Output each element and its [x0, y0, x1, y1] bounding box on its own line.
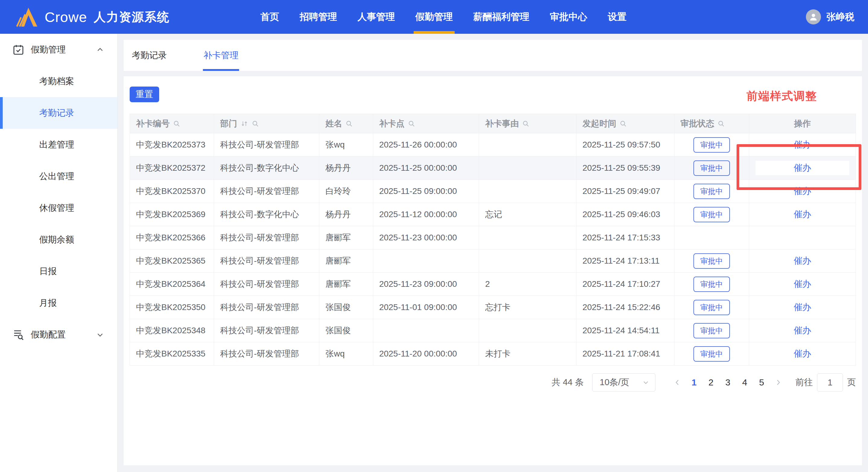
cell-record-id: 中竞发BK2025364 — [130, 273, 214, 296]
sidebar-group-label: 假勤管理 — [31, 44, 66, 56]
cell-name: 杨丹丹 — [319, 203, 373, 226]
goto-page-input[interactable] — [817, 373, 843, 391]
cell-approval-status: 审批中 — [674, 319, 749, 342]
nav-item-approval-center[interactable]: 审批中心 — [548, 0, 589, 34]
table-row: 中竞发BK2025369 科技公司-数字化中心 杨丹丹 2025-11-12 0… — [130, 203, 856, 226]
table-body: 中竞发BK2025373 科技公司-研发管理部 张wq 2025-11-26 0… — [130, 133, 856, 365]
column-header-approval-status: 审批状态 — [674, 114, 749, 133]
replacement-card-table: 补卡编号 部门 姓名 — [130, 114, 856, 365]
sidebar-item-official-out[interactable]: 公出管理 — [0, 160, 117, 192]
table-row: 中竞发BK2025372 科技公司-数字化中心 杨丹丹 2025-11-25 0… — [130, 156, 856, 180]
sidebar-item-business-trip[interactable]: 出差管理 — [0, 129, 117, 160]
punch-point: 2025-11-25 00:00:00 — [379, 163, 457, 173]
record-id: 中竞发BK2025364 — [136, 279, 205, 289]
sort-icon[interactable] — [240, 120, 248, 127]
nav-item-settings[interactable]: 设置 — [606, 0, 628, 34]
cell-action: 催办 — [749, 156, 856, 180]
prev-page-button[interactable] — [669, 379, 686, 386]
column-label: 补卡事由 — [485, 118, 519, 129]
search-icon[interactable] — [251, 120, 259, 127]
nav-item-recruitment[interactable]: 招聘管理 — [298, 0, 339, 34]
urge-link[interactable]: 催办 — [794, 278, 811, 290]
cell-record-id: 中竞发BK2025373 — [130, 133, 214, 156]
initiate-time: 2025-11-24 17:15:33 — [583, 233, 660, 242]
column-header-actions: 操作 — [749, 114, 856, 133]
page-size-select[interactable]: 10条/页 — [592, 373, 655, 391]
urge-link[interactable]: 催办 — [794, 255, 811, 267]
cell-department: 科技公司-研发管理部 — [214, 273, 319, 296]
tab-attendance-records[interactable]: 考勤记录 — [131, 40, 167, 71]
urge-link[interactable]: 催办 — [794, 325, 811, 336]
reset-button[interactable]: 重置 — [130, 87, 159, 102]
table-row: 中竞发BK2025365 科技公司-研发管理部 唐郦军 2025-11-24 1… — [130, 249, 856, 273]
cell-initiate-time: 2025-11-24 14:54:11 — [576, 319, 674, 342]
top-nav: 首页 招聘管理 人事管理 假勤管理 薪酬福利管理 审批中心 设置 — [259, 0, 645, 34]
urge-link[interactable]: 催办 — [794, 139, 811, 151]
sidebar-item-leave-balance[interactable]: 假期余额 — [0, 224, 117, 256]
cell-punch-point: 2025-11-01 09:00:00 — [373, 296, 479, 319]
record-id: 中竞发BK2025369 — [136, 210, 205, 219]
page-suffix-label: 页 — [847, 376, 856, 388]
employee-name: 杨丹丹 — [325, 210, 351, 219]
employee-name: 唐郦军 — [325, 256, 351, 265]
urge-link[interactable]: 催办 — [794, 162, 811, 174]
search-icon[interactable] — [173, 120, 181, 127]
nav-item-personnel[interactable]: 人事管理 — [356, 0, 397, 34]
brand: Crowe 人力资源系统 — [15, 0, 170, 34]
search-icon[interactable] — [717, 120, 725, 127]
page-number-4[interactable]: 4 — [736, 377, 753, 388]
sidebar-group-attendance-mgmt[interactable]: 假勤管理 — [0, 34, 117, 65]
department: 科技公司-研发管理部 — [220, 326, 299, 335]
nav-item-home[interactable]: 首页 — [259, 0, 281, 34]
punch-point: 2025-11-23 00:00:00 — [379, 233, 457, 242]
sidebar-group-attendance-config[interactable]: 假勤配置 — [0, 319, 117, 350]
record-id: 中竞发BK2025365 — [136, 256, 205, 265]
cell-approval-status: 审批中 — [674, 203, 749, 226]
cell-name: 张国俊 — [319, 296, 373, 319]
nav-item-compensation[interactable]: 薪酬福利管理 — [471, 0, 531, 34]
cell-reason: 未打卡 — [479, 342, 577, 365]
cell-punch-point — [373, 249, 479, 273]
cell-department: 科技公司-数字化中心 — [214, 203, 319, 226]
nav-item-attendance[interactable]: 假勤管理 — [414, 0, 455, 34]
urge-link[interactable]: 催办 — [794, 301, 811, 313]
top-header: Crowe 人力资源系统 首页 招聘管理 人事管理 假勤管理 薪酬福利管理 审批… — [0, 0, 868, 34]
page-number-3[interactable]: 3 — [719, 377, 736, 388]
employee-name: 唐郦军 — [325, 279, 351, 289]
search-icon[interactable] — [619, 120, 627, 127]
page-number-2[interactable]: 2 — [703, 377, 719, 388]
table-row: 中竞发BK2025364 科技公司-研发管理部 唐郦军 2025-11-23 0… — [130, 273, 856, 296]
search-icon[interactable] — [522, 120, 530, 127]
page-number-1[interactable]: 1 — [686, 377, 703, 388]
sidebar-item-attendance-archive[interactable]: 考勤档案 — [0, 65, 117, 97]
column-header-reason: 补卡事由 — [479, 114, 577, 133]
employee-name: 张wq — [325, 349, 345, 358]
cell-reason: 忘打卡 — [479, 296, 577, 319]
status-badge: 审批中 — [693, 160, 730, 176]
search-icon[interactable] — [408, 120, 415, 127]
cell-record-id: 中竞发BK2025335 — [130, 342, 214, 365]
urge-link[interactable]: 催办 — [794, 185, 811, 197]
department: 科技公司-数字化中心 — [220, 210, 299, 219]
page-number-5[interactable]: 5 — [753, 377, 770, 388]
cell-initiate-time: 2025-11-25 09:57:50 — [576, 133, 674, 156]
sidebar-item-daily-report[interactable]: 日报 — [0, 256, 117, 287]
cell-reason — [479, 180, 577, 203]
tab-card-replacement[interactable]: 补卡管理 — [203, 40, 239, 71]
chevron-up-icon — [96, 45, 104, 54]
punch-point: 2025-11-26 00:00:00 — [379, 140, 457, 149]
sidebar-item-monthly-report[interactable]: 月报 — [0, 287, 117, 319]
brand-logo-text: Crowe — [44, 9, 87, 25]
search-icon[interactable] — [345, 120, 353, 127]
sidebar-item-attendance-records[interactable]: 考勤记录 — [0, 97, 117, 129]
chevron-down-icon — [96, 330, 104, 339]
sidebar-item-leave-mgmt[interactable]: 休假管理 — [0, 192, 117, 224]
column-label: 操作 — [794, 118, 811, 129]
next-page-button[interactable] — [770, 379, 786, 386]
punch-point: 2025-11-12 00:00:00 — [379, 210, 457, 219]
user-avatar-icon — [806, 9, 821, 24]
urge-link[interactable]: 催办 — [794, 208, 811, 220]
urge-link[interactable]: 催办 — [794, 348, 811, 360]
user-menu[interactable]: 张峥税 — [806, 0, 855, 34]
cell-action: 催办 — [749, 133, 856, 156]
